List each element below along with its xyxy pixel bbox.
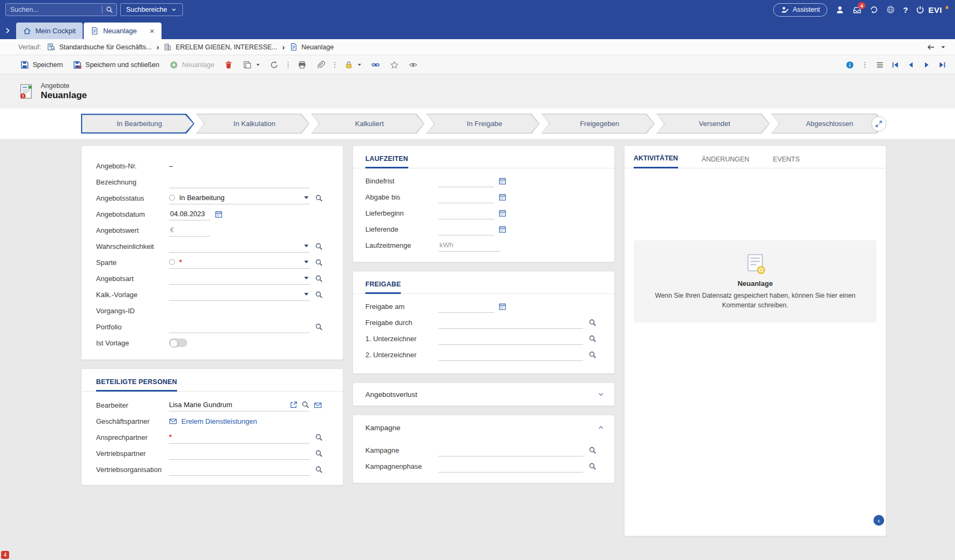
stage-in-bearbeitung[interactable]: In Bearbeitung	[81, 114, 194, 134]
freigabe-am-input[interactable]	[438, 300, 494, 313]
kampagne-field[interactable]	[438, 444, 583, 456]
previous-record-icon[interactable]	[907, 61, 915, 69]
favorite-button[interactable]	[386, 58, 403, 71]
notifications-button[interactable]: 4	[853, 5, 862, 14]
history-back-icon[interactable]	[927, 43, 935, 51]
search-icon[interactable]	[315, 323, 323, 331]
caret-down-icon[interactable]	[304, 245, 308, 247]
search-icon[interactable]	[589, 335, 597, 343]
caret-down-icon[interactable]	[304, 277, 308, 279]
close-icon[interactable]: ×	[150, 27, 155, 35]
kalk-vorlage-dropdown[interactable]	[169, 288, 310, 301]
user-icon[interactable]	[835, 5, 844, 14]
search-icon[interactable]	[315, 466, 323, 474]
portfolio-field[interactable]	[169, 320, 310, 333]
angebotswert-input[interactable]	[169, 224, 210, 237]
bindefrist-input[interactable]	[438, 174, 494, 187]
search-input[interactable]	[6, 6, 102, 13]
unterzeichner1-field[interactable]	[438, 332, 583, 345]
wahrscheinlichkeit-dropdown[interactable]	[169, 240, 310, 253]
history-item-neuanlage[interactable]: Neuanlage	[290, 43, 334, 51]
search-icon[interactable]	[315, 291, 323, 299]
delete-button[interactable]	[220, 58, 237, 71]
overflow-icon[interactable]	[284, 61, 292, 69]
stage-versendet[interactable]: Versendet	[656, 114, 769, 134]
attachment-button[interactable]	[312, 58, 329, 71]
tab-events[interactable]: EVENTS	[773, 156, 800, 168]
chevron-down-icon[interactable]	[597, 390, 605, 398]
sparte-dropdown[interactable]: *	[169, 256, 310, 269]
search-icon[interactable]	[315, 433, 323, 441]
watch-button[interactable]	[405, 58, 422, 71]
history-item-company[interactable]: ERELEM GIEßEN, INTERESSE...	[164, 43, 277, 51]
stage-freigegeben[interactable]: Freigegeben	[541, 114, 655, 134]
search-icon[interactable]	[589, 319, 597, 327]
overflow-icon[interactable]	[861, 61, 869, 69]
freigabe-durch-field[interactable]	[438, 316, 583, 329]
ansprechpartner-field[interactable]: *	[169, 431, 310, 444]
unterzeichner2-field[interactable]	[438, 348, 583, 361]
stage-in-kalkulation[interactable]: In Kalkulation	[196, 114, 309, 134]
global-search[interactable]	[5, 3, 117, 16]
overflow-icon[interactable]	[331, 61, 339, 69]
help-button[interactable]: ?	[903, 5, 908, 14]
last-record-icon[interactable]	[938, 61, 946, 69]
caret-down-icon[interactable]	[304, 293, 308, 296]
angebotsstatus-dropdown[interactable]: In Bearbeitung	[169, 191, 310, 204]
list-view-icon[interactable]	[876, 61, 884, 69]
next-record-icon[interactable]	[922, 61, 931, 69]
tab-neuanlage[interactable]: Neuanlage ×	[84, 23, 161, 39]
lieferbeginn-input[interactable]	[438, 207, 494, 219]
save-button[interactable]: Speichern	[16, 58, 67, 71]
tab-aenderungen[interactable]: ÄNDERUNGEN	[702, 156, 750, 168]
ist-vorlage-toggle[interactable]	[169, 338, 187, 347]
first-record-icon[interactable]	[891, 61, 900, 69]
search-icon[interactable]	[106, 6, 113, 13]
search-icon[interactable]	[315, 450, 323, 458]
caret-down-icon[interactable]	[304, 261, 308, 263]
calendar-icon[interactable]	[498, 303, 506, 311]
open-record-icon[interactable]	[290, 401, 298, 409]
search-icon[interactable]	[589, 351, 597, 359]
permissions-button[interactable]	[340, 58, 365, 71]
calendar-icon[interactable]	[498, 193, 506, 201]
search-icon[interactable]	[589, 446, 597, 454]
power-icon[interactable]	[916, 5, 924, 14]
kampagne-header[interactable]: Kampagne	[353, 415, 614, 440]
calendar-icon[interactable]	[498, 225, 506, 233]
assistant-button[interactable]: Assistent	[773, 3, 827, 17]
nav-expand-icon[interactable]	[4, 27, 11, 34]
refresh-button[interactable]	[266, 58, 283, 71]
save-and-close-button[interactable]: Speichern und schließen	[69, 58, 164, 71]
laufzeitmenge-input[interactable]	[438, 239, 501, 252]
bearbeiter-field[interactable]: Lisa Marie Gundrum	[169, 399, 310, 411]
stage-in-freigabe[interactable]: In Freigabe	[426, 114, 539, 134]
history-item-search[interactable]: Standardsuche für Geschäfts...	[47, 43, 151, 51]
bezeichnung-input[interactable]	[169, 175, 310, 188]
corner-notification-badge[interactable]: 4	[1, 551, 9, 559]
tab-aktivitaeten[interactable]: AKTIVITÄTEN	[634, 154, 678, 168]
tab-mein-cockpit[interactable]: Mein Cockpit	[16, 23, 83, 39]
abgabe-bis-input[interactable]	[438, 190, 494, 203]
search-icon[interactable]	[315, 259, 323, 267]
angebotsverlust-header[interactable]: Angebotsverlust	[353, 383, 614, 406]
email-icon[interactable]	[169, 417, 177, 425]
collapse-panel-button[interactable]: ‹	[873, 515, 884, 526]
search-scope-dropdown[interactable]: Suchbereiche	[120, 3, 183, 16]
calendar-icon[interactable]	[498, 177, 506, 185]
stage-kalkuliert[interactable]: Kalkuliert	[311, 114, 424, 134]
stage-abgeschlossen[interactable]: Abgeschlossen	[772, 114, 885, 134]
calendar-icon[interactable]	[215, 210, 223, 218]
search-icon[interactable]	[315, 275, 323, 283]
search-icon[interactable]	[589, 462, 597, 470]
kampagnenphase-field[interactable]	[438, 460, 583, 473]
caret-down-icon[interactable]	[304, 196, 308, 199]
vertriebsorganisation-field[interactable]	[169, 463, 310, 476]
angebotsdatum-input[interactable]	[169, 208, 210, 220]
info-icon[interactable]	[846, 61, 854, 69]
email-icon[interactable]	[314, 401, 322, 409]
link-button[interactable]	[367, 58, 384, 71]
copy-button[interactable]	[239, 58, 264, 71]
lieferende-input[interactable]	[438, 223, 494, 235]
chevron-up-icon[interactable]	[597, 424, 605, 431]
